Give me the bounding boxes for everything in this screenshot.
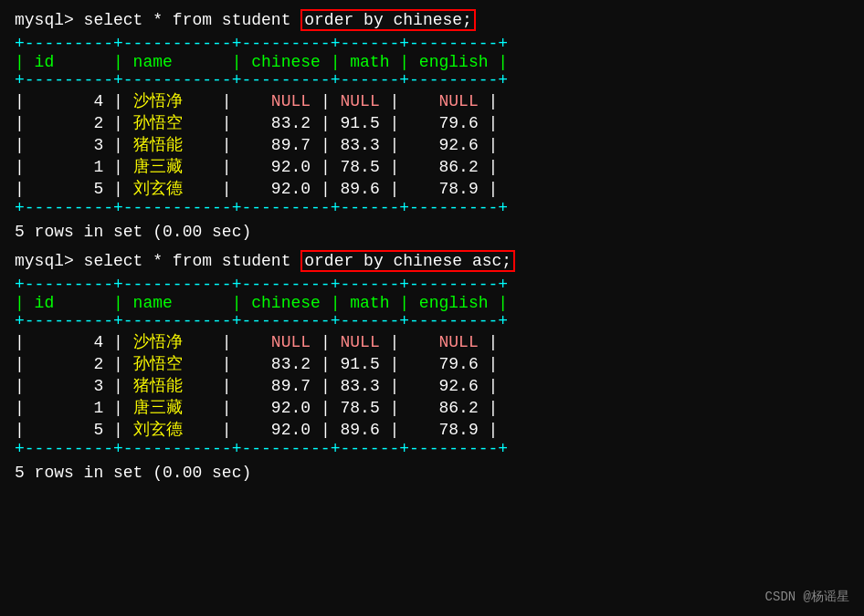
row-2-5: | 5 | 刘玄德 | 92.0 | 89.6 | 78.9 | [15, 418, 849, 440]
terminal: mysql> select * from student order by ch… [15, 9, 849, 482]
prompt-mysql-1: mysql> select * from student [15, 11, 300, 29]
sep-mid-2: +---------+-----------+---------+------+… [15, 312, 849, 330]
sep-bot-2: +---------+-----------+---------+------+… [15, 440, 849, 458]
header-1: | id | name | chinese | math | english | [15, 53, 849, 71]
row-2-1: | 4 | 沙悟净 | NULL | NULL | NULL | [15, 330, 849, 352]
sep-top-2: +---------+-----------+---------+------+… [15, 276, 849, 294]
row-2-2: | 2 | 孙悟空 | 83.2 | 91.5 | 79.6 | [15, 352, 849, 374]
row-1-2: | 2 | 孙悟空 | 83.2 | 91.5 | 79.6 | [15, 111, 849, 133]
sep-mid-1: +---------+-----------+---------+------+… [15, 71, 849, 89]
row-1-5: | 5 | 刘玄德 | 92.0 | 89.6 | 78.9 | [15, 177, 849, 199]
row-2-4: | 1 | 唐三藏 | 92.0 | 78.5 | 86.2 | [15, 396, 849, 418]
result-1: 5 rows in set (0.00 sec) [15, 223, 849, 241]
terminal-block-2: mysql> select * from student order by ch… [15, 250, 849, 482]
highlight-command-2: order by chinese asc; [300, 250, 515, 272]
sep-top-1: +---------+-----------+---------+------+… [15, 35, 849, 53]
row-1-4: | 1 | 唐三藏 | 92.0 | 78.5 | 86.2 | [15, 155, 849, 177]
row-2-3: | 3 | 猪悟能 | 89.7 | 83.3 | 92.6 | [15, 374, 849, 396]
header-2: | id | name | chinese | math | english | [15, 294, 849, 312]
watermark: CSDN @杨谣星 [765, 589, 849, 605]
table-2: +---------+-----------+---------+------+… [15, 276, 849, 458]
highlight-command-1: order by chinese; [300, 9, 476, 31]
prompt-mysql-2: mysql> select * from student [15, 252, 300, 270]
row-1-1: | 4 | 沙悟净 | NULL | NULL | NULL | [15, 89, 849, 111]
table-1: +---------+-----------+---------+------+… [15, 35, 849, 217]
result-2: 5 rows in set (0.00 sec) [15, 464, 849, 482]
terminal-block-1: mysql> select * from student order by ch… [15, 9, 849, 241]
sep-bot-1: +---------+-----------+---------+------+… [15, 199, 849, 217]
prompt-line-2: mysql> select * from student order by ch… [15, 250, 849, 272]
row-1-3: | 3 | 猪悟能 | 89.7 | 83.3 | 92.6 | [15, 133, 849, 155]
prompt-line-1: mysql> select * from student order by ch… [15, 9, 849, 31]
